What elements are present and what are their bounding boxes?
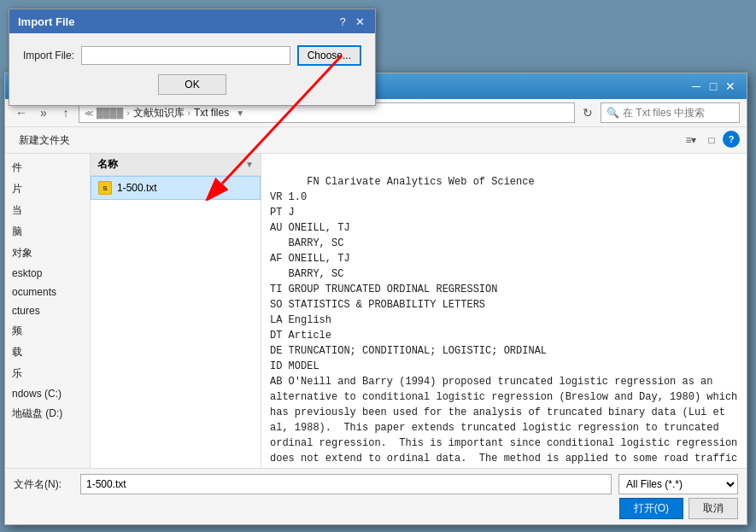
refresh-button[interactable]: ↻ (578, 103, 597, 122)
new-folder-button[interactable]: 新建文件夹 (12, 131, 77, 149)
import-ok-btn[interactable]: OK (158, 74, 226, 95)
forward-button[interactable]: » (34, 103, 53, 122)
file-dialog-close-btn[interactable]: ✕ (723, 79, 738, 94)
file-open-dialog: 打开 ─ □ ✕ ← » ↑ ≪ ████ › 文献知识库 › Txt file… (4, 73, 747, 525)
txt-file-icon: S (98, 181, 112, 195)
sidebar-item-0[interactable]: 件 (5, 157, 90, 178)
sidebar-item-3[interactable]: 脑 (5, 221, 90, 243)
back-button[interactable]: ← (12, 103, 31, 122)
import-ok-row: OK (23, 74, 361, 95)
up-button[interactable]: ↑ (56, 103, 75, 122)
cancel-button[interactable]: 取消 (689, 498, 738, 519)
filename-input[interactable] (80, 474, 612, 494)
pane-view-btn[interactable]: □ (702, 131, 721, 149)
path-segment-txtfiles: Txt files (194, 107, 229, 119)
file-list: 名称 ▼ S 1-500.txt (91, 154, 261, 468)
path-chevron-1: ≪ (85, 108, 93, 118)
path-chevron-2: › (126, 108, 129, 118)
sort-icon: ▼ (245, 160, 254, 169)
file-dialog-bottom: 文件名(N): All Files (*.*) 打开(O) 取消 (5, 468, 747, 524)
search-input[interactable] (623, 107, 734, 119)
import-dialog-close-btn[interactable]: ✕ (353, 15, 366, 28)
filename-row: 文件名(N): All Files (*.*) (14, 474, 738, 494)
import-file-label: Import File: (23, 50, 74, 61)
list-view-btn[interactable]: ≡▾ (682, 131, 700, 149)
path-dropdown-chevron[interactable]: ▼ (236, 108, 244, 118)
path-greyed: ████ (97, 108, 123, 118)
sidebar-item-10[interactable]: 乐 (5, 363, 90, 384)
import-dialog-body: Import File: Choose... OK (9, 33, 375, 105)
file-item-0[interactable]: S 1-500.txt (91, 176, 261, 200)
toolbar: 新建文件夹 ≡▾ □ ? (5, 127, 747, 154)
file-preview: FN Clarivate Analytics Web of Science VR… (261, 154, 747, 468)
view-buttons: ≡▾ □ ? (682, 131, 740, 149)
import-dialog-question-btn[interactable]: ? (336, 15, 349, 28)
file-dialog-minimize-btn[interactable]: ─ (689, 79, 704, 94)
file-name-0: 1-500.txt (117, 182, 157, 194)
import-dialog: Import File ? ✕ Import File: Choose... O… (9, 9, 376, 106)
search-icon: 🔍 (607, 107, 619, 119)
sidebar-item-9[interactable]: 载 (5, 342, 90, 363)
filetype-select[interactable]: All Files (*.*) (618, 474, 738, 494)
sidebar-item-2[interactable]: 当 (5, 200, 90, 221)
import-dialog-titlebar: Import File ? ✕ (9, 9, 375, 33)
import-file-row: Import File: Choose... (23, 45, 361, 66)
file-list-header: 名称 ▼ (91, 154, 261, 176)
sidebar-item-7[interactable]: ctures (5, 301, 90, 320)
filename-label: 文件名(N): (14, 477, 73, 492)
sidebar-item-11[interactable]: ndows (C:) (5, 384, 90, 403)
file-dialog-maximize-btn[interactable]: □ (706, 79, 721, 94)
sidebar-item-12[interactable]: 地磁盘 (D:) (5, 403, 90, 424)
sidebar-item-1[interactable]: 片 (5, 178, 90, 200)
sidebar-item-4[interactable]: 对象 (5, 243, 90, 264)
path-segment-library: 文献知识库 (133, 106, 185, 120)
import-file-input[interactable] (81, 46, 290, 65)
choose-button[interactable]: Choose... (297, 45, 361, 66)
sidebar-item-5[interactable]: esktop (5, 264, 90, 283)
file-dialog-win-buttons: ─ □ ✕ (689, 79, 738, 94)
open-button[interactable]: 打开(O) (619, 498, 683, 519)
file-dialog-main: 件 片 当 脑 对象 esktop ocuments ctures 频 载 乐 … (5, 154, 747, 468)
search-box[interactable]: 🔍 (601, 102, 740, 123)
sidebar-item-6[interactable]: ocuments (5, 283, 90, 301)
action-buttons: 打开(O) 取消 (14, 498, 738, 519)
import-dialog-title: Import File (18, 15, 74, 28)
path-chevron-3: › (188, 108, 190, 118)
import-dialog-win-buttons: ? ✕ (336, 15, 366, 28)
preview-content: FN Clarivate Analytics Web of Science VR… (270, 176, 737, 468)
name-column-header: 名称 (97, 157, 118, 172)
help-btn[interactable]: ? (723, 131, 740, 148)
sidebar: 件 片 当 脑 对象 esktop ocuments ctures 频 载 乐 … (5, 154, 91, 468)
sidebar-item-8[interactable]: 频 (5, 320, 90, 342)
